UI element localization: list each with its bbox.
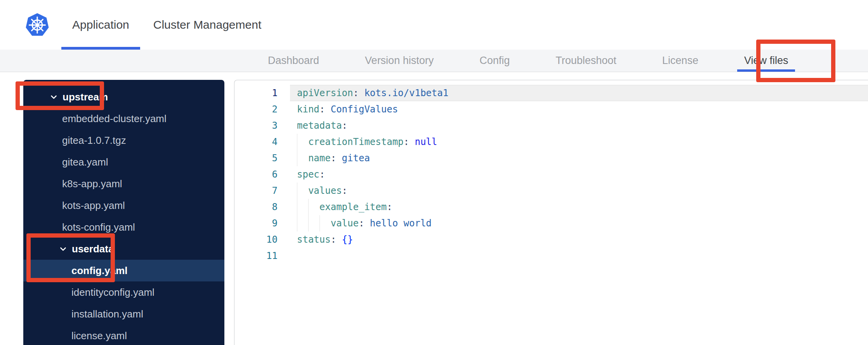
yaml-colon: : xyxy=(342,185,347,196)
code-lines: 1apiVersion: kots.io/v1beta12kind: Confi… xyxy=(234,85,868,264)
code-line-1[interactable]: 1apiVersion: kots.io/v1beta1 xyxy=(234,85,868,101)
tree-file-config-yaml[interactable]: config.yaml xyxy=(23,260,224,281)
indent-guide xyxy=(297,150,297,166)
topbar: ApplicationCluster Management xyxy=(0,0,868,50)
tree-file-gitea-yaml[interactable]: gitea.yaml xyxy=(23,151,224,173)
code-line-content: creationTimestamp: null xyxy=(290,134,868,150)
indent-guide xyxy=(297,134,297,150)
code-line-4[interactable]: 4 creationTimestamp: null xyxy=(234,134,868,150)
kots-admin-console: ApplicationCluster Management DashboardV… xyxy=(0,0,868,345)
yaml-key: kind xyxy=(297,104,319,115)
tree-file-license-yaml[interactable]: license.yaml xyxy=(23,325,224,345)
tree-folder-userdata[interactable]: userdata xyxy=(23,238,224,260)
code-editor: 1apiVersion: kots.io/v1beta12kind: Confi… xyxy=(234,80,868,345)
code-line-8[interactable]: 8 example_item: xyxy=(234,199,868,215)
line-number: 3 xyxy=(234,117,290,134)
tree-file-kots-app-yaml[interactable]: kots-app.yaml xyxy=(23,195,224,216)
yaml-key: values xyxy=(308,185,342,196)
line-number: 8 xyxy=(234,199,290,215)
nav-item-config[interactable]: Config xyxy=(479,50,510,72)
code-line-11[interactable]: 11 xyxy=(234,248,868,264)
nav-item-troubleshoot[interactable]: Troubleshoot xyxy=(556,50,616,72)
tree-item-label: installation.yaml xyxy=(71,308,143,320)
code-line-3[interactable]: 3metadata: xyxy=(234,117,868,134)
yaml-value: hello world xyxy=(370,218,432,229)
code-line-content: metadata: xyxy=(290,117,868,134)
tree-item-label: k8s-app.yaml xyxy=(62,178,122,190)
tree-item-label: kots-app.yaml xyxy=(62,200,125,212)
tree-file-gitea-1-0-7-tgz[interactable]: gitea-1.0.7.tgz xyxy=(23,129,224,151)
code-line-content: values: xyxy=(290,183,868,199)
nav-item-view-files[interactable]: View files xyxy=(744,50,788,72)
yaml-colon: : xyxy=(319,169,325,180)
tree-item-label: gitea-1.0.7.tgz xyxy=(62,135,126,147)
line-number: 1 xyxy=(234,85,290,101)
yaml-key: example_item xyxy=(319,202,387,212)
yaml-colon: : xyxy=(331,153,336,164)
yaml-colon: : xyxy=(342,120,347,131)
tree-folder-upstream[interactable]: upstream xyxy=(23,86,224,108)
line-number: 9 xyxy=(234,215,290,231)
tree-item-label: kots-config.yaml xyxy=(62,221,135,233)
nav-item-license[interactable]: License xyxy=(662,50,698,72)
yaml-colon: : xyxy=(319,104,325,115)
line-number: 4 xyxy=(234,134,290,150)
tree-item-label: license.yaml xyxy=(71,330,127,342)
chevron-down-icon xyxy=(60,247,66,251)
code-line-content: value: hello world xyxy=(290,215,868,231)
yaml-key: metadata xyxy=(297,120,342,131)
indent-guide xyxy=(297,183,297,199)
yaml-key: value xyxy=(331,218,359,229)
code-line-content: kind: ConfigValues xyxy=(290,101,868,117)
top-tabs: ApplicationCluster Management xyxy=(72,0,261,50)
top-tab-application[interactable]: Application xyxy=(72,0,129,50)
yaml-colon: : xyxy=(387,202,392,212)
tree-item-label: embedded-cluster.yaml xyxy=(62,113,167,125)
yaml-key: spec xyxy=(297,169,319,180)
app-subnav: DashboardVersion historyConfigTroublesho… xyxy=(0,50,868,72)
indent-guide xyxy=(297,199,297,215)
tree-item-label: upstream xyxy=(62,91,108,103)
code-line-7[interactable]: 7 values: xyxy=(234,183,868,199)
code-line-5[interactable]: 5 name: gitea xyxy=(234,150,868,166)
code-line-10[interactable]: 10status: {} xyxy=(234,231,868,248)
line-number: 11 xyxy=(234,248,290,264)
code-line-9[interactable]: 9 value: hello world xyxy=(234,215,868,231)
code-line-content: spec: xyxy=(290,166,868,183)
tree-item-label: config.yaml xyxy=(71,265,127,277)
yaml-colon: : xyxy=(404,136,409,147)
tree-file-embedded-cluster-yaml[interactable]: embedded-cluster.yaml xyxy=(23,108,224,129)
yaml-colon: : xyxy=(359,218,364,229)
line-number: 7 xyxy=(234,183,290,199)
tree-item-label: gitea.yaml xyxy=(62,156,108,168)
line-number: 5 xyxy=(234,150,290,166)
yaml-key: apiVersion xyxy=(297,88,353,98)
file-tree: upstreamembedded-cluster.yamlgitea-1.0.7… xyxy=(23,80,224,345)
code-line-content: status: {} xyxy=(290,231,868,248)
tree-file-identityconfig-yaml[interactable]: identityconfig.yaml xyxy=(23,281,224,303)
indent-guide xyxy=(308,215,309,231)
yaml-key: creationTimestamp xyxy=(308,136,404,147)
indent-guide xyxy=(308,199,309,215)
line-number: 6 xyxy=(234,166,290,183)
tree-file-k8s-app-yaml[interactable]: k8s-app.yaml xyxy=(23,173,224,195)
code-line-content: name: gitea xyxy=(290,150,868,166)
yaml-value: kots.io/v1beta1 xyxy=(364,88,448,98)
yaml-value: {} xyxy=(342,234,353,245)
code-line-6[interactable]: 6spec: xyxy=(234,166,868,183)
yaml-key: name xyxy=(308,153,331,164)
yaml-colon: : xyxy=(331,234,336,245)
tree-file-kots-config-yaml[interactable]: kots-config.yaml xyxy=(23,216,224,238)
chevron-down-icon xyxy=(50,95,57,99)
indent-guide xyxy=(319,215,320,231)
code-line-2[interactable]: 2kind: ConfigValues xyxy=(234,101,868,117)
line-number: 10 xyxy=(234,231,290,248)
tree-item-label: userdata xyxy=(72,243,114,255)
top-tab-cluster-management[interactable]: Cluster Management xyxy=(153,0,261,50)
nav-item-dashboard[interactable]: Dashboard xyxy=(268,50,319,72)
kubernetes-logo-icon xyxy=(25,12,50,37)
tree-file-installation-yaml[interactable]: installation.yaml xyxy=(23,303,224,325)
tree-item-label: identityconfig.yaml xyxy=(71,286,155,298)
nav-item-version-history[interactable]: Version history xyxy=(365,50,434,72)
code-line-content: apiVersion: kots.io/v1beta1 xyxy=(290,85,868,101)
